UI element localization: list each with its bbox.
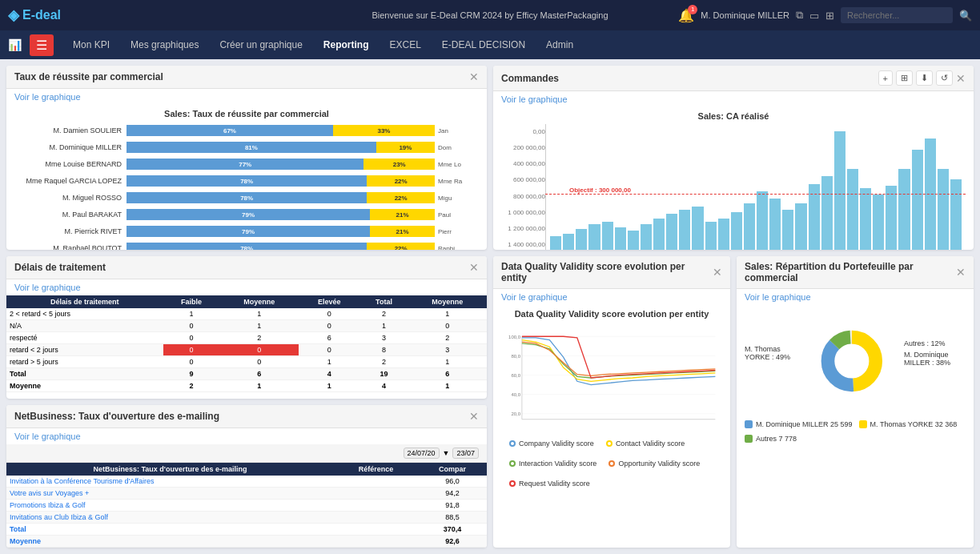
page-title: Bienvenue sur E-Deal CRM 2024 by Efficy … (372, 10, 608, 20)
nav-item-decision[interactable]: E-DEAL DECISION (432, 33, 535, 57)
col-bar (847, 169, 858, 250)
bar-row: M. Dominique MILLER 81% 19% Dom (14, 140, 479, 155)
bar-label: M. Damien SOULIER (14, 126, 127, 134)
table-cell: 1 (299, 356, 359, 368)
table-cell: 1 (299, 380, 359, 392)
nav-item-excel[interactable]: EXCEL (380, 33, 431, 57)
table-cell: 1 (359, 320, 408, 332)
bar-label: M. Pierrick RIVET (14, 227, 127, 235)
col-bar (912, 150, 923, 251)
delais-col-header: Moyenne (220, 295, 299, 308)
table-cell: Total (6, 368, 163, 380)
bar-lost: 19% (376, 142, 435, 153)
grid-icon[interactable]: ⊞ (825, 10, 834, 22)
commandes-download-btn[interactable]: ⬇ (916, 70, 933, 86)
table-cell: 2 (220, 332, 299, 344)
table-row: Votre avis sur Voyages +94,2 (6, 488, 487, 500)
commandes-refresh-btn[interactable]: ↺ (936, 70, 953, 86)
email-col-header: NetBusiness: Taux d'ouverture des e-mail… (6, 463, 334, 476)
dq-legend-dot (606, 440, 612, 447)
commandes-view-btn[interactable]: ⊞ (896, 70, 913, 86)
email-date-to[interactable]: 23/07 (452, 448, 479, 459)
y-label: 1 200 000,00 (501, 225, 545, 232)
bar-won: 78% (127, 243, 367, 250)
bar-lost: 22% (367, 243, 435, 250)
commandes-chart-title: Sales: CA réalisé (501, 111, 966, 121)
table-cell: 0 (220, 356, 299, 368)
dq-chart: Data Quality Validity score evolution pe… (493, 305, 730, 495)
svg-text:60,0: 60,0 (511, 373, 520, 378)
dq-header: Data Quality Validity score evolution pe… (493, 256, 730, 289)
logo-icon: ◈ (8, 6, 19, 24)
portefeuille-close[interactable]: ✕ (956, 266, 966, 279)
dq-chart-title: Data Quality Validity score evolution pe… (501, 309, 722, 319)
col-bar (860, 188, 871, 250)
bar-row: M. Damien SOULIER 67% 33% Jan (14, 123, 479, 138)
nav-item-graphiques[interactable]: Mes graphiques (121, 33, 208, 57)
nav-item-creer[interactable]: Créer un graphique (210, 33, 311, 57)
email-close[interactable]: ✕ (469, 410, 479, 423)
taux-reussite-subtitle[interactable]: Voir le graphique (6, 89, 487, 105)
dq-card: Data Quality Validity score evolution pe… (493, 256, 730, 548)
email-date-from[interactable]: 24/07/20 (404, 448, 440, 459)
nav-item-reporting[interactable]: Reporting (314, 33, 379, 57)
email-subtitle[interactable]: Voir le graphique (6, 428, 487, 444)
top-bar: ◈ E-deal Bienvenue sur E-Deal CRM 2024 b… (0, 0, 980, 30)
svg-text:40,0: 40,0 (511, 392, 520, 397)
table-row: Promotions Ibiza & Golf91,8 (6, 500, 487, 512)
delais-close[interactable]: ✕ (469, 261, 479, 274)
bar-lost: 21% (370, 209, 435, 220)
table-cell: respecté (6, 332, 163, 344)
search-icon[interactable]: 🔍 (959, 10, 972, 22)
col-bar (731, 212, 742, 250)
col-bar (576, 229, 587, 250)
col-bar (757, 191, 768, 250)
taux-reussite-close[interactable]: ✕ (469, 70, 479, 83)
col-bar (834, 131, 845, 250)
portefeuille-subtitle[interactable]: Voir le graphique (737, 289, 974, 305)
table-cell: 1 (408, 380, 487, 392)
bar-lost: 23% (363, 159, 435, 170)
pie-legend-label: M. Dominique MILLER 25 599 (756, 420, 853, 428)
bar-track: 78% 22% (127, 243, 435, 250)
dq-close[interactable]: ✕ (713, 266, 722, 279)
email-date-sep: ▼ (440, 449, 453, 457)
dq-subtitle[interactable]: Voir le graphique (493, 289, 730, 305)
objective-line (545, 194, 966, 195)
commandes-subtitle[interactable]: Voir le graphique (493, 91, 974, 107)
bar-label: M. Dominique MILLER (14, 143, 127, 151)
taux-reussite-card: Taux de réussite par commercial ✕ Voir l… (6, 66, 487, 250)
commandes-add-btn[interactable]: + (878, 70, 893, 86)
window-icon[interactable]: ⧉ (796, 9, 803, 22)
y-label: 1 000 000,00 (501, 209, 545, 216)
bar-row: Mme Louise BERNARD 77% 23% Mme Lo (14, 157, 479, 171)
commandes-close[interactable]: ✕ (956, 70, 966, 86)
col-bar (950, 179, 962, 250)
table-row: Moyenne21141 (6, 380, 487, 392)
bar-chart-rows: M. Damien SOULIER 67% 33% Jan M. Dominiq… (14, 123, 479, 250)
table-cell: 4 (299, 368, 359, 380)
email-header: NetBusiness: Taux d'ouverture des e-mail… (6, 405, 487, 428)
taux-reussite-header: Taux de réussite par commercial ✕ (6, 66, 487, 89)
bar-label: Mme Louise BERNARD (14, 160, 127, 168)
notifications[interactable]: 🔔 1 (678, 8, 694, 23)
bar-won: 78% (127, 175, 367, 187)
table-row: Invitations au Club Ibiza & Golf88,5 (6, 512, 487, 524)
bar-track: 67% 33% (127, 125, 435, 136)
col-bar (679, 210, 690, 251)
nav-item-kpi[interactable]: Mon KPI (63, 33, 119, 57)
table-cell: 1 (220, 380, 299, 392)
monitor-icon[interactable]: ▭ (809, 10, 819, 22)
table-row: Total964196 (6, 368, 487, 380)
table-row: Invitation à la Conférence Tourisme d'Af… (6, 476, 487, 488)
delais-subtitle[interactable]: Voir le graphique (6, 279, 487, 295)
bar-row: Mme Raquel GARCIA LOPEZ 78% 22% Mme Ra (14, 174, 479, 188)
hamburger-button[interactable]: ☰ (30, 34, 54, 56)
pie-labels-left: M. Thomas YORKE : 49% (745, 345, 800, 377)
nav-item-admin[interactable]: Admin (536, 33, 583, 57)
chart-icon[interactable]: 📊 (8, 38, 22, 51)
delais-card: Délais de traitement ✕ Voir le graphique… (6, 256, 487, 399)
col-bar (782, 210, 793, 251)
search-input[interactable] (841, 7, 953, 23)
col-bar (628, 231, 639, 250)
